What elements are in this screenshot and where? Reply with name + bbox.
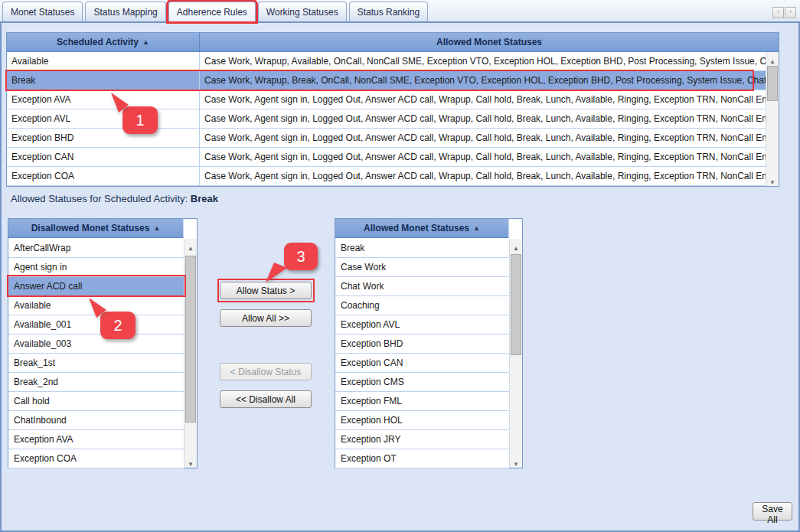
list-item[interactable]: Exception OT bbox=[335, 449, 509, 468]
allowed-list-scrollbar[interactable] bbox=[509, 239, 522, 468]
callout-tail-icon bbox=[264, 261, 289, 284]
scroll-thumb[interactable] bbox=[767, 66, 778, 101]
chevron-left-icon[interactable]: ‹ bbox=[772, 7, 784, 18]
scheduled-activity-cell[interactable]: Exception BHD bbox=[7, 129, 200, 147]
table-row[interactable]: Exception BHD Case Work, Agent sign in, … bbox=[7, 129, 766, 148]
scroll-down-icon[interactable] bbox=[510, 455, 522, 467]
tab[interactable]: Adherence Rules bbox=[168, 2, 256, 21]
list-item[interactable]: Agent sign in bbox=[8, 258, 184, 277]
allowed-statuses-cell[interactable]: Case Work, Agent sign in, Logged Out, An… bbox=[200, 167, 766, 185]
disallowed-list-header[interactable]: Disallowed Monet Statuses ▲ bbox=[8, 219, 184, 238]
list-item-label: Available_001 bbox=[14, 319, 71, 330]
table-row[interactable]: Exception AVL Case Work, Agent sign in, … bbox=[7, 109, 766, 129]
disallowed-list-scrollbar[interactable] bbox=[184, 239, 197, 468]
disallow-all-button[interactable]: << Disallow All bbox=[220, 390, 312, 408]
list-item[interactable]: Break_1st bbox=[8, 354, 184, 373]
scroll-up-icon[interactable] bbox=[766, 53, 779, 64]
list-item[interactable]: Exception CAN bbox=[335, 354, 509, 373]
allowed-statuses-cell[interactable]: Case Work, Agent sign in, Logged Out, An… bbox=[200, 148, 766, 166]
selection-caption: Allowed Statuses for Scheduled Activity:… bbox=[11, 193, 218, 204]
list-item[interactable]: Available_001 bbox=[8, 315, 184, 335]
list-item-label: Exception AVL bbox=[341, 319, 400, 330]
selection-caption-label: Allowed Statuses for Scheduled Activity: bbox=[11, 193, 188, 204]
scroll-down-icon[interactable] bbox=[766, 174, 779, 185]
disallowed-list-items: AfterCallWrap Agent sign in Answer ACD c… bbox=[8, 239, 184, 468]
sort-ascending-icon: ▲ bbox=[473, 224, 480, 232]
list-item[interactable]: Exception CMS bbox=[335, 373, 509, 392]
scroll-up-icon[interactable] bbox=[184, 240, 197, 251]
list-item[interactable]: Available bbox=[8, 296, 184, 315]
list-item-label: Call hold bbox=[14, 396, 50, 406]
list-item[interactable]: Exception FML bbox=[335, 392, 509, 411]
scroll-up-icon[interactable] bbox=[510, 240, 522, 251]
disallow-status-button[interactable]: < Disallow Status bbox=[220, 363, 312, 380]
scroll-down-icon[interactable] bbox=[184, 455, 197, 467]
list-item[interactable]: Break bbox=[335, 239, 509, 258]
table-row[interactable]: Available Case Work, Wrapup, Available, … bbox=[7, 52, 766, 71]
list-item-label: Chat Work bbox=[341, 281, 384, 292]
list-item-label: Exception FML bbox=[341, 396, 402, 406]
list-item[interactable]: Call hold bbox=[8, 392, 184, 411]
tab-strip: Monet Statuses Status Mapping Adherence … bbox=[0, 0, 800, 21]
tab-list: Monet Statuses Status Mapping Adherence … bbox=[2, 2, 428, 21]
scheduled-activity-cell[interactable]: Exception AVL bbox=[7, 109, 200, 128]
column-header-scheduled-activity[interactable]: Scheduled Activity ▲ bbox=[7, 33, 200, 51]
list-item[interactable]: AfterCallWrap bbox=[8, 239, 184, 258]
tab[interactable]: Status Ranking bbox=[349, 2, 428, 21]
scheduled-activity-cell[interactable]: Exception CAN bbox=[7, 148, 200, 166]
list-item[interactable]: Available_003 bbox=[8, 335, 184, 354]
schedule-table-body: Available Case Work, Wrapup, Available, … bbox=[7, 52, 766, 186]
allowed-statuses-cell[interactable]: Case Work, Agent sign in, Logged Out, An… bbox=[200, 129, 766, 147]
list-item[interactable]: Exception HOL bbox=[335, 411, 509, 430]
callout-3-badge: 3 bbox=[284, 243, 318, 270]
tab-label: Status Mapping bbox=[93, 7, 157, 18]
list-item-label: Break_1st bbox=[14, 357, 55, 368]
scheduled-activity-cell[interactable]: Break bbox=[7, 71, 200, 90]
list-item-label: Break_2nd bbox=[14, 377, 58, 387]
list-item[interactable]: Chat Work bbox=[335, 277, 509, 296]
list-item[interactable]: Exception BHD bbox=[335, 335, 509, 354]
list-item[interactable]: ChatInbound bbox=[8, 411, 184, 430]
allow-status-button[interactable]: Allow Status > bbox=[220, 282, 312, 299]
callout-number: 3 bbox=[284, 243, 318, 270]
list-item[interactable]: Exception COA bbox=[8, 449, 184, 468]
list-item[interactable]: Case Work bbox=[335, 258, 509, 277]
allowed-statuses-cell[interactable]: Case Work, Wrapup, Available, OnCall, No… bbox=[200, 52, 766, 70]
table-row[interactable]: Break Case Work, Wrapup, Break, OnCall, … bbox=[7, 71, 766, 90]
scheduled-activity-table: Scheduled Activity ▲ Allowed Monet Statu… bbox=[6, 32, 779, 187]
list-item-label: AfterCallWrap bbox=[14, 243, 70, 253]
scheduled-activity-cell[interactable]: Exception COA bbox=[7, 167, 200, 185]
table-row[interactable]: Exception AVA Case Work, Agent sign in, … bbox=[7, 90, 766, 109]
allowed-statuses-cell[interactable]: Case Work, Agent sign in, Logged Out, An… bbox=[200, 109, 766, 128]
tab[interactable]: Working Statuses bbox=[258, 2, 347, 21]
scroll-thumb[interactable] bbox=[511, 254, 521, 355]
tab[interactable]: Status Mapping bbox=[85, 2, 165, 21]
list-item[interactable]: Coaching bbox=[335, 296, 509, 315]
allowed-statuses-cell[interactable]: Case Work, Agent sign in, Logged Out, An… bbox=[200, 90, 766, 109]
tab-label: Status Ranking bbox=[358, 7, 420, 18]
list-item-label: Answer ACD call bbox=[14, 281, 82, 292]
list-item[interactable]: Answer ACD call bbox=[8, 277, 184, 296]
list-item-label: ChatInbound bbox=[14, 415, 67, 426]
scheduled-activity-cell[interactable]: Exception AVA bbox=[7, 90, 200, 109]
scroll-thumb[interactable] bbox=[185, 256, 196, 423]
list-item[interactable]: Break_2nd bbox=[8, 373, 184, 392]
list-item[interactable]: Exception AVA bbox=[8, 430, 184, 449]
chevron-right-icon[interactable]: › bbox=[785, 7, 796, 18]
list-item-label: Exception AVA bbox=[14, 434, 73, 445]
tab[interactable]: Monet Statuses bbox=[2, 2, 83, 21]
table-row[interactable]: Exception COA Case Work, Agent sign in, … bbox=[7, 167, 766, 186]
allowed-statuses-cell[interactable]: Case Work, Wrapup, Break, OnCall, NonCal… bbox=[200, 71, 766, 90]
allowed-list-header[interactable]: Allowed Monet Statuses ▲ bbox=[335, 219, 509, 238]
list-item-label: Exception COA bbox=[14, 453, 77, 464]
list-item[interactable]: Exception JRY bbox=[335, 430, 509, 449]
scheduled-activity-cell[interactable]: Available bbox=[7, 52, 200, 70]
allowed-list-items: Break Case Work Chat Work Coaching bbox=[335, 239, 509, 468]
list-item[interactable]: Exception AVL bbox=[335, 315, 509, 335]
table-row[interactable]: Exception CAN Case Work, Agent sign in, … bbox=[7, 148, 766, 167]
save-all-button[interactable]: Save All bbox=[753, 502, 792, 521]
disallowed-statuses-listbox: Disallowed Monet Statuses ▲ AfterCallWra… bbox=[8, 218, 198, 468]
table-scrollbar[interactable] bbox=[766, 52, 779, 186]
column-header-allowed-monet-statuses[interactable]: Allowed Monet Statuses bbox=[200, 33, 779, 51]
allow-all-button[interactable]: Allow All >> bbox=[220, 309, 312, 327]
